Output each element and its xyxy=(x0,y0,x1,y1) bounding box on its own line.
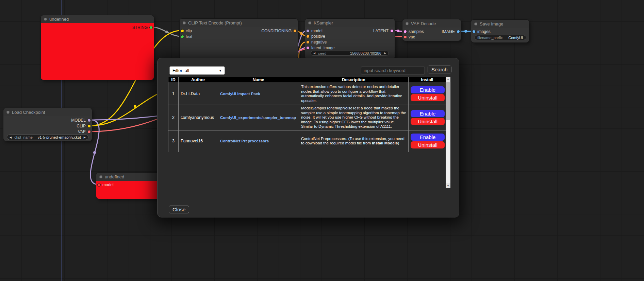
scrollbar-thumb[interactable] xyxy=(446,82,450,120)
extension-row: 2 comfyanonymous ComfyUI_experiments/sam… xyxy=(168,105,446,130)
node-header[interactable]: Load Checkpoint xyxy=(3,108,92,116)
comfyui-canvas[interactable]: { "colors": { "c_model": "#b39ddb", "c_c… xyxy=(0,0,644,281)
slot-label: CLIP xyxy=(77,124,86,128)
link-dot xyxy=(300,32,302,35)
extension-row: 1 Dr.Lt.Data ComfyUI Impact Pack This ex… xyxy=(168,83,446,105)
ext-name-link[interactable]: ControlNet Preprocessors xyxy=(220,139,269,143)
slot-label: latent_image xyxy=(311,46,335,50)
node-load-checkpoint[interactable]: Load Checkpoint MODEL CLIP VAE ◀ ckpt_na… xyxy=(3,108,92,141)
filename-prefix-widget[interactable]: filename_prefix ComfyUI xyxy=(475,35,526,40)
decrement-arrow-icon[interactable]: ◀ xyxy=(10,136,12,139)
close-button[interactable]: Close xyxy=(169,206,189,213)
clip-port-icon[interactable] xyxy=(87,124,91,128)
widget-value: v1-5-pruned-emaonly.ckpt xyxy=(38,135,81,139)
string-port-icon[interactable] xyxy=(181,35,184,38)
ext-name-link[interactable]: ComfyUI Impact Pack xyxy=(220,92,260,96)
increment-arrow-icon[interactable]: ▶ xyxy=(384,52,386,55)
seed-widget[interactable]: ◀ seed 156680208700286 ▶ xyxy=(311,51,389,56)
output-slot-string: STRING xyxy=(132,25,153,30)
model-port-icon[interactable] xyxy=(87,119,91,122)
node-ksampler[interactable]: KSampler model positive negative latent_… xyxy=(305,19,395,59)
search-input[interactable] xyxy=(361,67,425,74)
latent-port-icon[interactable] xyxy=(306,46,310,50)
input-slot-latent-image: latent_image xyxy=(306,46,335,50)
node-header[interactable]: KSampler xyxy=(305,19,395,27)
col-header-name: Name xyxy=(218,77,299,83)
link-dot xyxy=(397,30,399,32)
input-slot-model: model xyxy=(306,29,323,33)
ext-author: comfyanonymous xyxy=(179,105,218,130)
link-dot xyxy=(93,151,96,154)
output-slot-vae: VAE xyxy=(78,129,91,134)
widget-label: ckpt_name xyxy=(14,135,33,139)
increment-arrow-icon[interactable]: ▶ xyxy=(84,136,86,139)
slot-label: images xyxy=(477,29,491,34)
latent-port-icon[interactable] xyxy=(403,30,407,33)
slot-label: positive xyxy=(311,34,325,39)
collapse-dot-icon[interactable] xyxy=(44,18,47,21)
ext-description: This extension offers various detector n… xyxy=(301,85,406,103)
node-header[interactable]: VAE Decode xyxy=(402,19,461,28)
collapse-dot-icon[interactable] xyxy=(6,111,10,114)
string-port-icon[interactable] xyxy=(149,26,153,29)
image-port-icon[interactable] xyxy=(457,30,460,33)
table-header-row: ID Author Name Description Install xyxy=(168,77,446,83)
enable-button[interactable]: Enable xyxy=(411,110,445,117)
search-button[interactable]: Search xyxy=(428,66,451,73)
input-slot-model: model xyxy=(97,182,114,187)
conditioning-port-icon[interactable] xyxy=(293,29,297,33)
node-header[interactable]: CLIP Text Encode (Prompt) xyxy=(180,19,298,27)
ext-name-link[interactable]: ComfyUI_experiments/sampler_tonemap xyxy=(220,116,296,120)
node-vae-decode[interactable]: VAE Decode samples vae IMAGE xyxy=(402,19,461,41)
output-slot-image: IMAGE xyxy=(442,29,460,34)
node-header[interactable]: Save Image xyxy=(471,20,529,28)
node-header[interactable]: undefined xyxy=(41,15,154,23)
widget-value: ComfyUI xyxy=(508,36,523,40)
image-port-icon[interactable] xyxy=(472,30,476,33)
decrement-arrow-icon[interactable]: ◀ xyxy=(313,52,315,55)
collapse-dot-icon[interactable] xyxy=(474,22,477,25)
uninstall-button[interactable]: Uninstall xyxy=(411,94,445,101)
col-header-id: ID xyxy=(168,77,179,83)
filter-select[interactable]: Filter: all ▼ xyxy=(169,66,225,75)
node-clip-text-encode[interactable]: CLIP Text Encode (Prompt) clip text COND… xyxy=(180,19,298,59)
ext-author: Fannovel16 xyxy=(179,130,218,152)
scrollbar[interactable]: ▲ ▼ xyxy=(446,77,450,188)
node-save-image[interactable]: Save Image images filename_prefix ComfyU… xyxy=(471,20,529,42)
node-title: undefined xyxy=(49,17,69,22)
conditioning-port-icon[interactable] xyxy=(306,35,310,38)
collapse-dot-icon[interactable] xyxy=(99,175,102,178)
ext-id: 1 xyxy=(168,83,179,105)
slot-label: STRING xyxy=(132,25,148,30)
ckpt-name-widget[interactable]: ◀ ckpt_name v1-5-pruned-emaonly.ckpt ▶ xyxy=(7,135,88,140)
enable-button[interactable]: Enable xyxy=(411,86,445,93)
clip-port-icon[interactable] xyxy=(181,29,184,33)
uninstall-button[interactable]: Uninstall xyxy=(411,118,445,125)
slot-label: samples xyxy=(409,29,424,34)
collapse-dot-icon[interactable] xyxy=(183,21,186,24)
node-undefined-top[interactable]: undefined STRING xyxy=(41,15,154,80)
ext-description: ControlNet Preprocessors. (To use this e… xyxy=(301,137,406,146)
scroll-up-arrow-icon[interactable]: ▲ xyxy=(446,77,450,82)
scroll-down-arrow-icon[interactable]: ▼ xyxy=(446,183,450,188)
extension-manager-dialog: Filter: all ▼ Search ID Author Name Desc… xyxy=(157,58,459,217)
model-port-icon[interactable] xyxy=(306,29,310,33)
extension-table: ID Author Name Description Install 1 Dr.… xyxy=(168,77,446,152)
canvas-axis-horizontal xyxy=(0,234,644,234)
collapse-dot-icon[interactable] xyxy=(406,22,409,25)
collapse-dot-icon[interactable] xyxy=(308,21,311,24)
link-dot xyxy=(165,31,168,33)
widget-value: 156680208700286 xyxy=(350,51,381,55)
col-header-install: Install xyxy=(409,77,446,83)
latent-port-icon[interactable] xyxy=(390,29,394,33)
enable-button[interactable]: Enable xyxy=(411,134,445,141)
vae-port-icon[interactable] xyxy=(403,35,407,39)
model-port-icon[interactable] xyxy=(97,183,101,187)
vae-port-icon[interactable] xyxy=(87,130,91,134)
col-header-description: Description xyxy=(299,77,409,83)
conditioning-port-icon[interactable] xyxy=(306,40,310,44)
uninstall-button[interactable]: Uninstall xyxy=(411,141,445,148)
node-title: Load Checkpoint xyxy=(12,110,45,115)
slot-label: model xyxy=(102,182,114,187)
input-slot-negative: negative xyxy=(306,40,327,44)
